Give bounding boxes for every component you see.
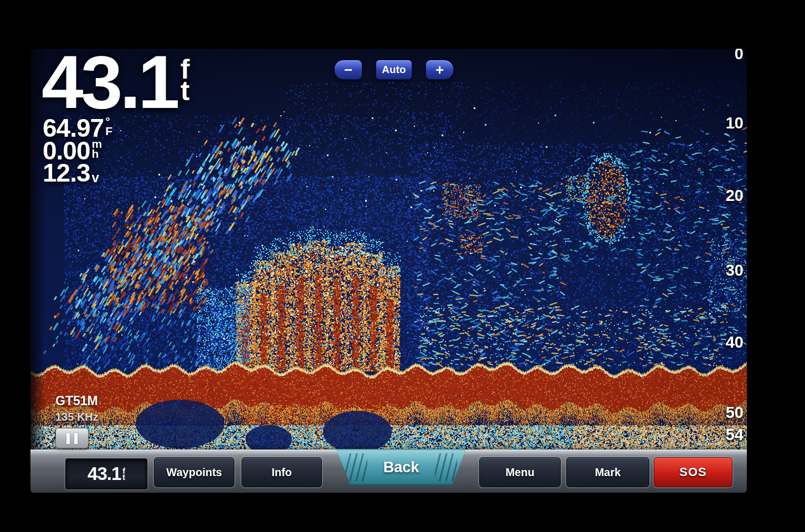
menu-button[interactable]: Menu xyxy=(479,457,561,487)
auto-range-button[interactable]: Auto xyxy=(376,60,412,80)
photo-background: 43.1 f t 64.97 ° F 0.00 m h 12.3 v xyxy=(0,0,805,532)
fishfinder-screen: 43.1 f t 64.97 ° F 0.00 m h 12.3 v xyxy=(30,49,747,493)
depth-data-field: 43.1 f t xyxy=(65,458,147,489)
voltage-unit: v xyxy=(92,171,99,184)
depth-scale-label: 20 xyxy=(726,187,744,205)
transducer-frequency: 135 KHz xyxy=(55,411,99,423)
hatch-lines-icon xyxy=(345,453,367,481)
pause-icon xyxy=(66,433,70,444)
pause-icon xyxy=(74,433,78,444)
transducer-info: GT51M 135 KHz xyxy=(55,394,99,448)
info-button[interactable]: Info xyxy=(242,457,322,487)
zoom-out-button[interactable]: − xyxy=(334,60,362,80)
voltage-readout: 12.3 v xyxy=(43,160,99,185)
zoom-in-button[interactable]: + xyxy=(425,60,454,80)
speed-unit: m h xyxy=(92,139,102,159)
temperature-unit: ° F xyxy=(105,116,112,136)
depth-scale-label: 54 xyxy=(726,426,744,444)
hatch-lines-icon xyxy=(435,453,457,481)
transducer-model: GT51M xyxy=(55,394,99,409)
depth-scale-label: 50 xyxy=(726,404,744,422)
depth-scale-label: 40 xyxy=(726,333,744,352)
pause-button[interactable] xyxy=(55,428,89,448)
plus-icon: + xyxy=(435,61,444,79)
depth-value: 43.1 xyxy=(42,49,177,120)
depth-unit: f t xyxy=(181,59,190,102)
mark-button[interactable]: Mark xyxy=(566,457,649,487)
zoom-controls: − Auto + xyxy=(334,60,454,80)
depth-scale-label: 30 xyxy=(726,261,744,280)
bottom-toolbar: 43.1 f t Waypoints Info Back Menu Mark S… xyxy=(30,450,747,493)
depth-scale-label: 10 xyxy=(726,114,744,132)
sos-button[interactable]: SOS xyxy=(654,457,732,487)
depth-readout: 43.1 f t xyxy=(42,49,189,120)
depth-scale-label: 0 xyxy=(735,49,744,63)
back-button[interactable]: Back xyxy=(336,449,466,485)
waypoints-button[interactable]: Waypoints xyxy=(154,457,234,487)
depth-data-field-unit: f t xyxy=(122,468,125,481)
minus-icon: − xyxy=(344,61,352,79)
